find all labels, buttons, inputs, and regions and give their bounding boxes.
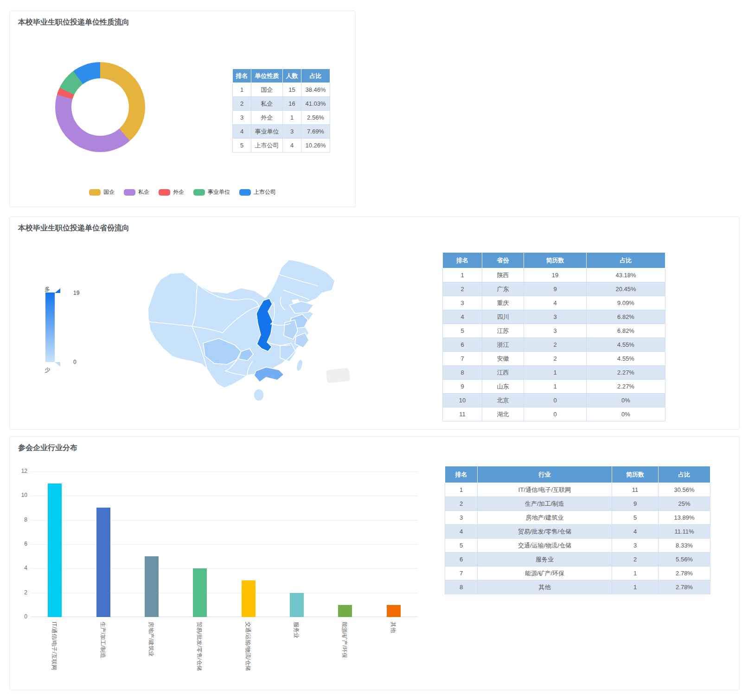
- hainan-island[interactable]: [254, 389, 264, 401]
- column-header: 排名: [233, 69, 251, 83]
- table-cell: 能源/矿产/环保: [478, 566, 612, 580]
- table-cell: 2.78%: [658, 566, 710, 580]
- table-cell: 北京: [482, 394, 524, 407]
- table-cell: 湖北: [482, 407, 524, 421]
- table-cell: 5: [445, 539, 478, 553]
- table-cell: 9: [443, 380, 482, 394]
- bar-1[interactable]: [48, 484, 62, 617]
- table-cell: 陕西: [482, 268, 524, 282]
- legend-item[interactable]: 私企: [124, 188, 149, 196]
- table-cell: 6.82%: [587, 324, 665, 338]
- bar-8[interactable]: [387, 605, 401, 617]
- table-cell: 38.46%: [301, 83, 330, 97]
- industry-table: 排名行业简历数占比1IT/通信/电子/互联网1130.56%2生产/加工/制造9…: [445, 466, 710, 594]
- industry-title: 参会企业行业分布: [18, 443, 77, 453]
- table-row: 5交通/运输/物流/仓储38.33%: [445, 539, 710, 553]
- bar-7[interactable]: [338, 605, 352, 617]
- table-row: 1陕西1943.18%: [443, 268, 665, 282]
- table-cell: 江西: [482, 366, 524, 380]
- table-row: 6浙江24.55%: [443, 338, 665, 352]
- table-cell: 外企: [251, 111, 283, 125]
- bar-6[interactable]: [290, 593, 304, 617]
- legend-item[interactable]: 外企: [159, 188, 184, 196]
- legend-item[interactable]: 国企: [89, 188, 115, 196]
- table-cell: 2: [524, 338, 587, 352]
- unit-nature-panel: 本校毕业生职位投递单位性质流向 排名单位性质人数占比1国企1538.46%2私企…: [9, 11, 356, 207]
- table-cell: 0%: [587, 394, 665, 407]
- table-row: 11湖北00%: [443, 407, 665, 421]
- y-axis-tick-label: 8: [11, 516, 27, 523]
- gridline: [31, 471, 418, 472]
- column-header: 简历数: [524, 253, 587, 268]
- bar-4[interactable]: [193, 568, 207, 617]
- legend-label: 国企: [103, 188, 115, 196]
- table-cell: 8: [443, 366, 482, 380]
- unit-nature-donut-chart[interactable]: [55, 62, 145, 152]
- table-row: 8江西12.27%: [443, 366, 665, 380]
- gridline: [31, 593, 418, 593]
- legend-swatch-icon: [89, 189, 101, 196]
- column-header: 排名: [443, 253, 482, 268]
- table-row: 5上市公司410.26%: [233, 139, 330, 153]
- x-axis-category-label: 交通/运输/物流/仓储: [244, 622, 252, 671]
- table-row: 10北京00%: [443, 394, 665, 407]
- table-cell: 国企: [251, 83, 283, 97]
- table-row: 2私企1641.03%: [233, 97, 330, 111]
- table-cell: 3: [524, 310, 587, 324]
- table-cell: 上市公司: [251, 139, 283, 153]
- legend-swatch-icon: [124, 189, 135, 196]
- bar-5[interactable]: [242, 580, 256, 617]
- table-cell: 10: [443, 394, 482, 407]
- china-map[interactable]: [142, 254, 351, 407]
- table-row: 4事业单位37.69%: [233, 125, 330, 139]
- unit-nature-table: 排名单位性质人数占比1国企1538.46%2私企1641.03%3外企12.56…: [232, 69, 330, 153]
- table-cell: 15: [283, 83, 301, 97]
- south-china-sea-inset: [326, 368, 351, 383]
- table-cell: 43.18%: [587, 268, 665, 282]
- table-cell: 9: [612, 497, 658, 511]
- visualmap-max-handle[interactable]: [55, 288, 60, 293]
- bar-3[interactable]: [145, 556, 159, 617]
- china-map-base[interactable]: [148, 260, 335, 388]
- visualmap-min-label: 少: [45, 366, 50, 374]
- table-row: 2广东920.45%: [443, 282, 665, 296]
- visualmap-min-handle[interactable]: [55, 362, 60, 367]
- table-cell: 9: [524, 282, 587, 296]
- table-cell: 3: [612, 539, 658, 553]
- table-row: 3外企12.56%: [233, 111, 330, 125]
- table-cell: 1: [524, 366, 587, 380]
- table-cell: 1: [445, 483, 478, 497]
- legend-item[interactable]: 上市公司: [239, 188, 276, 196]
- visualmap-max-value: 19: [73, 290, 79, 296]
- column-header: 占比: [301, 69, 330, 83]
- x-axis-category-label: IT/通信/电子/互联网: [50, 622, 58, 670]
- table-cell: 11: [612, 483, 658, 497]
- table-row: 6服务业25.56%: [445, 553, 710, 566]
- taiwan-island[interactable]: [295, 359, 304, 372]
- table-row: 3重庆49.09%: [443, 296, 665, 310]
- table-cell: 1: [233, 83, 251, 97]
- column-header: 省份: [482, 253, 524, 268]
- province-flow-panel: 本校毕业生职位投递单位省份流向 多 19 0 少: [9, 216, 740, 430]
- column-header: 占比: [658, 466, 710, 483]
- visualmap-gradient-bar[interactable]: [45, 293, 55, 362]
- table-cell: 2.78%: [658, 580, 710, 594]
- table-cell: 4.55%: [587, 338, 665, 352]
- legend-swatch-icon: [239, 189, 251, 196]
- table-cell: 6: [443, 338, 482, 352]
- unit-nature-legend: 国企私企外企事业单位上市公司: [10, 188, 355, 196]
- column-header: 简历数: [612, 466, 658, 483]
- table-cell: 5.56%: [658, 553, 710, 566]
- industry-bar-chart: IT/通信/电子/互联网生产/加工/制造房地产/建筑业贸易/批发/零售/仓储交通…: [31, 471, 418, 617]
- gridline: [31, 544, 418, 545]
- table-cell: 3: [233, 111, 251, 125]
- bar-2[interactable]: [96, 508, 110, 617]
- table-cell: 生产/加工/制造: [478, 497, 612, 511]
- legend-item[interactable]: 事业单位: [193, 188, 230, 196]
- table-cell: 2: [233, 97, 251, 111]
- table-cell: 交通/运输/物流/仓储: [478, 539, 612, 553]
- legend-label: 私企: [138, 188, 149, 196]
- table-cell: 4: [612, 525, 658, 539]
- y-axis-tick-label: 6: [11, 541, 27, 547]
- table-cell: 30.56%: [658, 483, 710, 497]
